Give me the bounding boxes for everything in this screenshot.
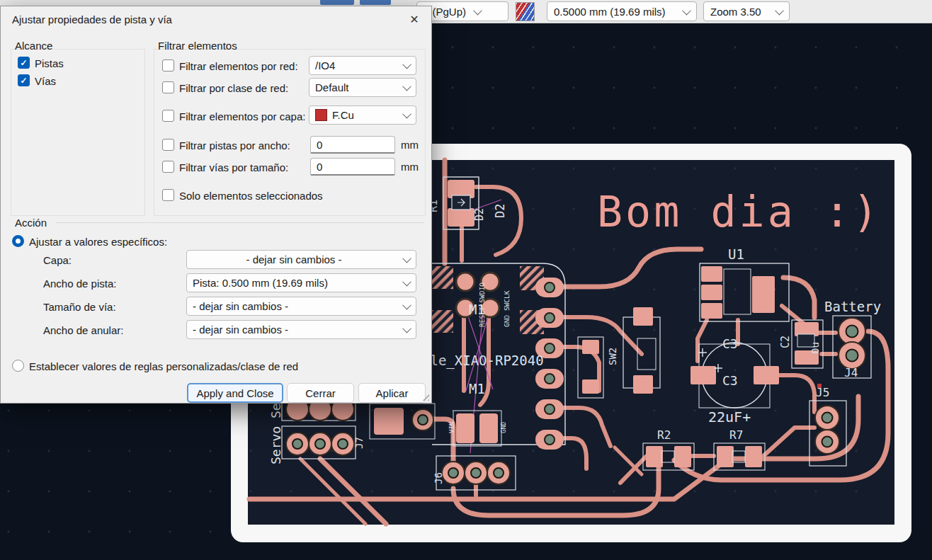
svg-text:R2: R2 [657, 428, 671, 442]
via-size-row-label: Tamaño de vía: [43, 301, 116, 313]
filter-layer-select[interactable]: F.Cu [309, 105, 416, 125]
zoom-value: Zoom 3.50 [710, 6, 768, 18]
chevron-down-icon [402, 82, 411, 91]
svg-text:M1: M1 [469, 381, 485, 396]
svg-text:R7: R7 [729, 428, 743, 442]
svg-text:C2: C2 [779, 336, 792, 348]
selected-only-checkbox[interactable] [162, 189, 174, 201]
layer-row-select[interactable]: - dejar sin cambios - [186, 250, 416, 269]
toolbar-partial-control [360, 0, 391, 5]
annular-width-row-value: - dejar sin cambios - [193, 324, 395, 336]
svg-text:ule_XIAO-RP2040: ule_XIAO-RP2040 [422, 353, 544, 369]
svg-text:D2: D2 [473, 208, 486, 221]
selected-only-label: Solo elementos seleccionados [179, 190, 323, 202]
svg-text:GND: GND [500, 422, 507, 433]
tracks-checkbox-label: Pistas [35, 57, 64, 69]
filter-layer-checkbox[interactable] [162, 110, 174, 122]
filter-via-size-checkbox[interactable] [162, 161, 174, 173]
svg-text:M1: M1 [469, 302, 485, 317]
track-width-row-value: Pista: 0.500 mm (19.69 mils) [193, 277, 395, 289]
filter-track-width-checkbox[interactable] [162, 139, 174, 151]
svg-text:Servo Ser: Servo Ser [268, 395, 283, 464]
apply-label: Aplicar [376, 387, 409, 399]
filter-via-size-unit: mm [401, 161, 419, 173]
filter-track-width-value: 0 [317, 139, 322, 151]
track-via-properties-dialog: Ajustar propiedades de pista y vía ✕ Alc… [0, 6, 432, 404]
filter-netclass-checkbox[interactable] [162, 81, 174, 93]
check-icon: ✓ [20, 76, 27, 86]
vias-checkbox[interactable]: ✓ [18, 74, 30, 86]
vias-checkbox-label: Vías [35, 75, 56, 87]
svg-text:VIN: VIN [448, 422, 455, 433]
svg-text:J6: J6 [433, 472, 444, 484]
scope-legend: Alcance [15, 40, 52, 52]
apply-and-close-label: Apply and Close [196, 387, 273, 399]
chevron-down-icon [402, 278, 411, 287]
filter-net-label: Filtrar elementos por red: [179, 60, 298, 72]
filter-layer-label: Filtrar elementos por capa: [179, 110, 305, 122]
apply-button[interactable]: Aplicar [358, 383, 426, 403]
filter-net-select[interactable]: /IO4 [309, 56, 416, 75]
svg-text:C3: C3 [722, 373, 738, 388]
chevron-down-icon [402, 324, 411, 333]
cancel-button[interactable]: Cerrar [287, 383, 354, 403]
chevron-down-icon [775, 6, 784, 15]
filter-track-width-label: Filtrar pistas por ancho: [179, 139, 290, 152]
via-size-row-select[interactable]: - dejar sin cambios - [186, 297, 416, 316]
filter-netclass-value: Default [315, 81, 395, 93]
layer-row-label: Capa: [43, 254, 72, 266]
svg-text:U1: U1 [728, 246, 744, 262]
fcu-layer-swatch-icon [315, 109, 327, 121]
filter-netclass-label: Filtrar por clase de red: [179, 82, 288, 94]
track-width-value: 0.5000 mm (19.69 mils) [554, 6, 675, 18]
svg-text:J7: J7 [353, 437, 365, 449]
chevron-down-icon [402, 254, 411, 263]
track-width-select[interactable]: 0.5000 mm (19.69 mils) [547, 1, 697, 21]
check-icon: ✓ [20, 58, 27, 68]
set-specific-values-radio[interactable] [12, 235, 24, 247]
filter-layer-value: F.Cu [332, 109, 395, 121]
chevron-down-icon [402, 301, 411, 310]
zoom-select[interactable]: Zoom 3.50 [703, 1, 790, 21]
annular-width-row-label: Ancho de anular: [43, 324, 123, 336]
filter-track-width-input[interactable]: 0 [310, 136, 395, 154]
action-separator [56, 222, 424, 223]
via-size-row-value: - dejar sin cambios - [193, 300, 395, 312]
chevron-down-icon [402, 110, 411, 119]
chevron-down-icon [473, 6, 482, 15]
tracks-checkbox[interactable]: ✓ [18, 57, 30, 69]
close-icon[interactable]: ✕ [404, 11, 425, 28]
set-specific-values-label: Ajustar a valores específicos: [29, 236, 167, 248]
svg-text:J5: J5 [816, 386, 829, 399]
netclass-values-label: Establecer valores de reglas personaliza… [29, 360, 298, 372]
track-width-row-label: Ancho de pista: [43, 278, 116, 290]
cancel-label: Cerrar [305, 387, 336, 399]
svg-text:C3: C3 [722, 336, 738, 351]
filter-track-width-unit: mm [401, 139, 419, 151]
apply-and-close-button[interactable]: Apply and Close [187, 383, 283, 403]
filter-net-checkbox[interactable] [162, 59, 174, 72]
svg-text:SW2: SW2 [607, 348, 618, 365]
track-width-row-select[interactable]: Pista: 0.500 mm (19.69 mils) [186, 273, 416, 292]
scope-group [11, 49, 145, 216]
filter-via-size-input[interactable]: 0 [310, 158, 395, 176]
filter-via-size-label: Filtrar vías por tamaño: [179, 161, 288, 173]
svg-text:22uF+: 22uF+ [708, 408, 751, 425]
svg-text:0u: 0u [809, 342, 821, 354]
filter-netclass-select[interactable]: Default [309, 78, 416, 97]
chevron-down-icon [402, 60, 411, 69]
layer-row-value: - dejar sin cambios - [193, 253, 395, 265]
dialog-title: Ajustar propiedades de pista y vía [12, 13, 172, 25]
filter-net-value: /IO4 [315, 59, 395, 72]
annular-width-row-select[interactable]: - dejar sin cambios - [186, 320, 416, 339]
svg-text:GND SWCLK: GND SWCLK [503, 290, 511, 327]
chevron-down-icon [682, 6, 691, 15]
netclass-values-radio[interactable] [12, 360, 24, 372]
svg-text:J4: J4 [844, 366, 858, 379]
toolbar-partial-control [320, 0, 354, 5]
svg-text:Battery: Battery [824, 299, 881, 314]
layer-pair-swatch-icon[interactable] [516, 2, 535, 21]
filter-legend: Filtrar elementos [158, 40, 237, 52]
svg-text:D2: D2 [493, 204, 507, 218]
board-greeting-text: Bom dia :) [597, 187, 881, 236]
